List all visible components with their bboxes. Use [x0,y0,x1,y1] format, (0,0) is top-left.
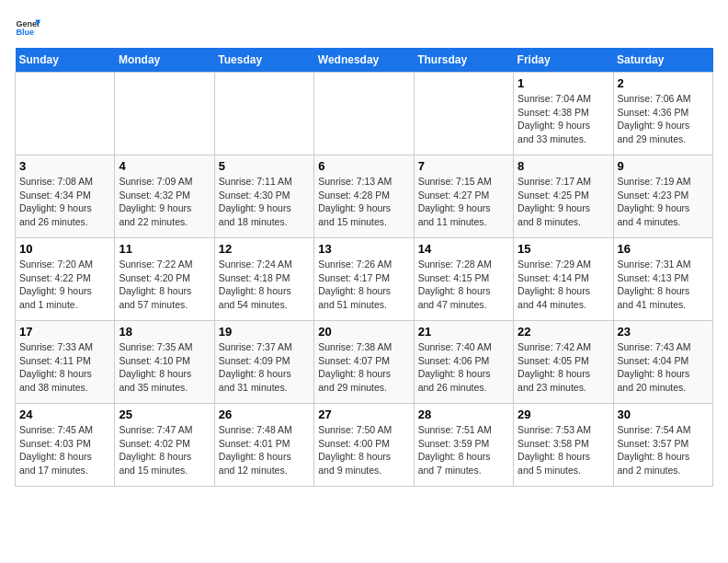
day-number: 29 [518,408,609,421]
calendar-cell: 16Sunrise: 7:31 AM Sunset: 4:13 PM Dayli… [613,238,712,321]
day-info: Sunrise: 7:04 AM Sunset: 4:38 PM Dayligh… [518,92,609,146]
day-number: 24 [19,408,110,421]
day-number: 3 [19,159,110,173]
weekday-header-wednesday: Wednesday [314,48,414,73]
day-number: 22 [518,325,609,339]
day-info: Sunrise: 7:06 AM Sunset: 4:36 PM Dayligh… [618,92,709,146]
day-info: Sunrise: 7:13 AM Sunset: 4:28 PM Dayligh… [318,175,409,229]
weekday-header-tuesday: Tuesday [214,48,313,73]
day-number: 30 [618,408,709,421]
day-number: 13 [318,242,409,256]
day-info: Sunrise: 7:24 AM Sunset: 4:18 PM Dayligh… [219,258,310,312]
calendar-cell: 21Sunrise: 7:40 AM Sunset: 4:06 PM Dayli… [414,321,513,404]
header: General Blue [15,15,713,40]
day-number: 6 [318,159,409,173]
logo: General Blue [15,15,40,40]
calendar-cell [115,73,214,155]
day-number: 14 [418,242,509,256]
calendar-cell: 13Sunrise: 7:26 AM Sunset: 4:17 PM Dayli… [314,238,414,321]
calendar-cell: 5Sunrise: 7:11 AM Sunset: 4:30 PM Daylig… [214,155,313,238]
day-info: Sunrise: 7:35 AM Sunset: 4:10 PM Dayligh… [119,340,210,395]
weekday-row: SundayMondayTuesdayWednesdayThursdayFrid… [16,48,713,73]
calendar-cell: 12Sunrise: 7:24 AM Sunset: 4:18 PM Dayli… [214,238,313,321]
day-number: 17 [19,325,110,339]
day-info: Sunrise: 7:09 AM Sunset: 4:32 PM Dayligh… [119,175,210,229]
day-info: Sunrise: 7:45 AM Sunset: 4:03 PM Dayligh… [19,423,110,477]
day-info: Sunrise: 7:38 AM Sunset: 4:07 PM Dayligh… [318,340,409,395]
day-number: 18 [119,325,210,339]
day-info: Sunrise: 7:50 AM Sunset: 4:00 PM Dayligh… [318,423,409,477]
day-info: Sunrise: 7:47 AM Sunset: 4:02 PM Dayligh… [119,423,210,477]
calendar-week-1: 3Sunrise: 7:08 AM Sunset: 4:34 PM Daylig… [16,155,713,238]
day-info: Sunrise: 7:22 AM Sunset: 4:20 PM Dayligh… [119,258,210,312]
day-number: 19 [219,325,310,339]
calendar-cell: 15Sunrise: 7:29 AM Sunset: 4:14 PM Dayli… [514,238,613,321]
day-number: 28 [418,408,509,421]
calendar-cell: 6Sunrise: 7:13 AM Sunset: 4:28 PM Daylig… [314,155,414,238]
calendar-cell: 11Sunrise: 7:22 AM Sunset: 4:20 PM Dayli… [115,238,214,321]
calendar-cell: 26Sunrise: 7:48 AM Sunset: 4:01 PM Dayli… [214,404,313,487]
calendar-week-2: 10Sunrise: 7:20 AM Sunset: 4:22 PM Dayli… [16,238,713,321]
svg-text:Blue: Blue [16,28,34,37]
calendar-cell: 28Sunrise: 7:51 AM Sunset: 3:59 PM Dayli… [414,404,513,487]
day-info: Sunrise: 7:48 AM Sunset: 4:01 PM Dayligh… [219,423,310,477]
day-number: 26 [219,408,310,421]
day-number: 5 [219,159,310,173]
calendar-cell: 20Sunrise: 7:38 AM Sunset: 4:07 PM Dayli… [314,321,414,404]
day-number: 27 [318,408,409,421]
calendar-cell: 23Sunrise: 7:43 AM Sunset: 4:04 PM Dayli… [613,321,712,404]
day-info: Sunrise: 7:19 AM Sunset: 4:23 PM Dayligh… [618,175,709,229]
day-info: Sunrise: 7:15 AM Sunset: 4:27 PM Dayligh… [418,175,509,229]
day-number: 25 [119,408,210,421]
day-number: 21 [418,325,509,339]
day-number: 12 [219,242,310,256]
day-info: Sunrise: 7:08 AM Sunset: 4:34 PM Dayligh… [19,175,110,229]
calendar-body: 1Sunrise: 7:04 AM Sunset: 4:38 PM Daylig… [16,73,713,487]
calendar-cell: 1Sunrise: 7:04 AM Sunset: 4:38 PM Daylig… [514,73,613,155]
calendar-cell: 29Sunrise: 7:53 AM Sunset: 3:58 PM Dayli… [514,404,613,487]
page-container: General Blue SundayMondayTuesdayWednesda… [15,15,713,487]
day-info: Sunrise: 7:37 AM Sunset: 4:09 PM Dayligh… [219,340,310,395]
day-info: Sunrise: 7:31 AM Sunset: 4:13 PM Dayligh… [618,258,709,312]
day-number: 4 [119,159,210,173]
day-info: Sunrise: 7:53 AM Sunset: 3:58 PM Dayligh… [518,423,609,477]
calendar-cell: 24Sunrise: 7:45 AM Sunset: 4:03 PM Dayli… [16,404,115,487]
day-info: Sunrise: 7:43 AM Sunset: 4:04 PM Dayligh… [618,340,709,395]
day-number: 11 [119,242,210,256]
logo-icon: General Blue [15,15,40,40]
calendar-cell: 4Sunrise: 7:09 AM Sunset: 4:32 PM Daylig… [115,155,214,238]
day-number: 10 [19,242,110,256]
calendar-cell: 17Sunrise: 7:33 AM Sunset: 4:11 PM Dayli… [16,321,115,404]
calendar-week-4: 24Sunrise: 7:45 AM Sunset: 4:03 PM Dayli… [16,404,713,487]
calendar-cell: 27Sunrise: 7:50 AM Sunset: 4:00 PM Dayli… [314,404,414,487]
calendar-cell: 19Sunrise: 7:37 AM Sunset: 4:09 PM Dayli… [214,321,313,404]
day-number: 16 [618,242,709,256]
day-number: 23 [618,325,709,339]
day-info: Sunrise: 7:17 AM Sunset: 4:25 PM Dayligh… [518,175,609,229]
day-number: 20 [318,325,409,339]
calendar-cell: 2Sunrise: 7:06 AM Sunset: 4:36 PM Daylig… [613,73,712,155]
day-info: Sunrise: 7:40 AM Sunset: 4:06 PM Dayligh… [418,340,509,395]
day-info: Sunrise: 7:28 AM Sunset: 4:15 PM Dayligh… [418,258,509,312]
calendar-cell: 7Sunrise: 7:15 AM Sunset: 4:27 PM Daylig… [414,155,513,238]
weekday-header-sunday: Sunday [16,48,115,73]
calendar-cell [214,73,313,155]
calendar-cell [314,73,414,155]
calendar-week-3: 17Sunrise: 7:33 AM Sunset: 4:11 PM Dayli… [16,321,713,404]
day-info: Sunrise: 7:54 AM Sunset: 3:57 PM Dayligh… [618,423,709,477]
weekday-header-thursday: Thursday [414,48,513,73]
weekday-header-saturday: Saturday [613,48,712,73]
day-number: 15 [518,242,609,256]
day-number: 9 [618,159,709,173]
day-info: Sunrise: 7:33 AM Sunset: 4:11 PM Dayligh… [19,340,110,395]
weekday-header-friday: Friday [514,48,613,73]
calendar-cell: 3Sunrise: 7:08 AM Sunset: 4:34 PM Daylig… [16,155,115,238]
day-info: Sunrise: 7:29 AM Sunset: 4:14 PM Dayligh… [518,258,609,312]
calendar-cell: 9Sunrise: 7:19 AM Sunset: 4:23 PM Daylig… [613,155,712,238]
calendar-cell: 14Sunrise: 7:28 AM Sunset: 4:15 PM Dayli… [414,238,513,321]
calendar-header: SundayMondayTuesdayWednesdayThursdayFrid… [16,48,713,73]
calendar-cell: 22Sunrise: 7:42 AM Sunset: 4:05 PM Dayli… [514,321,613,404]
calendar-cell [414,73,513,155]
calendar-cell: 10Sunrise: 7:20 AM Sunset: 4:22 PM Dayli… [16,238,115,321]
day-number: 8 [518,159,609,173]
